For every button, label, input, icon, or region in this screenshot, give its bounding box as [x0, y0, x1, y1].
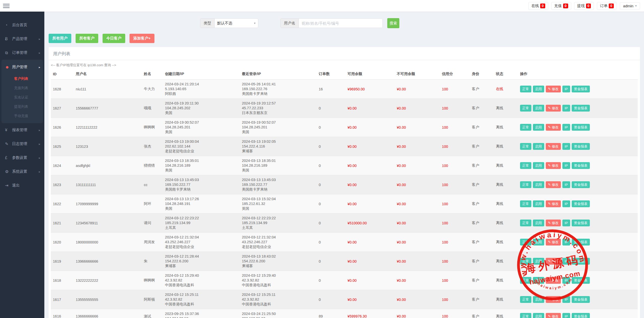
username-input[interactable]: [299, 19, 382, 28]
funds-report-button[interactable]: 资金报表: [572, 239, 590, 245]
enable-button[interactable]: 启用: [533, 258, 544, 265]
all-clients-button[interactable]: 所有客户: [76, 34, 98, 43]
all-users-button[interactable]: 所有用户: [49, 34, 71, 43]
ip-button[interactable]: IP: [562, 162, 570, 169]
ip-button[interactable]: IP: [562, 220, 570, 226]
sidebar-item-logout[interactable]: ⇥退出: [0, 179, 44, 192]
edit-button[interactable]: ✎ 修改: [546, 313, 561, 318]
normal-button[interactable]: 正常: [520, 86, 531, 92]
enable-button[interactable]: 启用: [533, 200, 544, 207]
normal-button[interactable]: 正常: [520, 277, 531, 284]
column-header: 身份: [470, 68, 494, 80]
enable-button[interactable]: 启用: [533, 239, 544, 245]
edit-button[interactable]: ✎ 修改: [546, 86, 561, 92]
stat-withdraw[interactable]: 提现 0: [574, 2, 594, 10]
add-client-button[interactable]: 添加客户+: [130, 34, 154, 43]
normal-button[interactable]: 正常: [520, 200, 531, 207]
funds-report-button[interactable]: 资金报表: [572, 296, 590, 303]
funds-report-button[interactable]: 资金报表: [572, 181, 590, 188]
funds-report-button[interactable]: 资金报表: [572, 162, 590, 169]
funds-report-button[interactable]: 资金报表: [572, 313, 590, 318]
normal-button[interactable]: 正常: [520, 313, 531, 318]
user-menu[interactable]: admin ▾: [620, 2, 640, 10]
sidebar-item-dashboard[interactable]: ◔后台首页: [0, 18, 44, 32]
normal-button[interactable]: 正常: [520, 220, 531, 226]
edit-button[interactable]: ✎ 修改: [546, 143, 561, 150]
ip-button[interactable]: IP: [562, 277, 570, 284]
edit-button[interactable]: ✎ 修改: [546, 105, 561, 112]
ip-button[interactable]: IP: [562, 124, 570, 131]
enable-button[interactable]: 启用: [533, 313, 544, 318]
edit-button[interactable]: ✎ 修改: [546, 162, 561, 169]
sidebar-item-users[interactable]: ☻用户管理▸: [2, 60, 43, 74]
chevron-right-icon: ▸: [39, 51, 40, 55]
ip-line: 2024-03-12 22:23:22: [242, 216, 315, 221]
enable-button[interactable]: 启用: [533, 124, 544, 131]
hamburger-menu-icon[interactable]: [3, 3, 10, 9]
edit-button[interactable]: ✎ 修改: [546, 296, 561, 303]
normal-button[interactable]: 正常: [520, 258, 531, 265]
edit-button[interactable]: ✎ 修改: [546, 200, 561, 207]
enable-button[interactable]: 启用: [533, 220, 544, 226]
ip-line: 42.3.92.82: [165, 278, 238, 283]
funds-report-button[interactable]: 资金报表: [572, 258, 590, 265]
column-header: 可用余额: [345, 68, 395, 80]
enable-button[interactable]: 启用: [533, 181, 544, 188]
sidebar-subitem[interactable]: 客户列表: [2, 74, 43, 83]
edit-button[interactable]: ✎ 修改: [546, 239, 561, 245]
type-select[interactable]: 默认不选 ▾: [215, 19, 258, 28]
sidebar-item-reports[interactable]: ¥报表管理▸: [0, 123, 44, 137]
stat-online[interactable]: 在线 0: [528, 2, 548, 10]
enable-button[interactable]: 启用: [533, 296, 544, 303]
normal-button[interactable]: 正常: [520, 162, 531, 169]
search-button[interactable]: 搜索: [387, 18, 399, 28]
ip-button[interactable]: IP: [562, 258, 570, 265]
actions-cell: 正常启用✎ 修改IP资金报表: [518, 309, 638, 318]
normal-button[interactable]: 正常: [520, 296, 531, 303]
normal-button[interactable]: 正常: [520, 181, 531, 188]
sidebar-item-system[interactable]: ⚙系统设置▸: [0, 165, 44, 179]
edit-button[interactable]: ✎ 修改: [546, 277, 561, 284]
edit-button[interactable]: ✎ 修改: [546, 124, 561, 131]
enable-button[interactable]: 启用: [533, 162, 544, 169]
ip-line: 柬埔寨: [242, 149, 315, 154]
normal-button[interactable]: 正常: [520, 239, 531, 245]
enable-button[interactable]: 启用: [533, 105, 544, 112]
edit-button[interactable]: ✎ 修改: [546, 220, 561, 226]
enable-button[interactable]: 启用: [533, 86, 544, 92]
sidebar-subitem[interactable]: 充值列表: [2, 83, 43, 93]
sidebar-item-logs[interactable]: ✎日志管理▸: [0, 137, 44, 151]
ip-button[interactable]: IP: [562, 105, 570, 112]
sidebar-item-params[interactable]: £参数设置▸: [0, 151, 44, 165]
enable-button[interactable]: 启用: [533, 277, 544, 284]
sidebar-subitem[interactable]: 手动充值: [2, 111, 43, 121]
funds-report-button[interactable]: 资金报表: [572, 277, 590, 284]
ip-button[interactable]: IP: [562, 86, 570, 92]
funds-report-button[interactable]: 资金报表: [572, 220, 590, 226]
edit-button[interactable]: ✎ 修改: [546, 181, 561, 188]
ip-button[interactable]: IP: [562, 313, 570, 318]
sidebar-item-orders[interactable]: ⧉订单管理▸: [0, 46, 44, 60]
sidebar-subitem[interactable]: 实名认证: [2, 93, 43, 102]
normal-button[interactable]: 正常: [520, 105, 531, 112]
ip-button[interactable]: IP: [562, 200, 570, 207]
sidebar: ◔后台首页Ƀ产品管理▸⧉订单管理▸☻用户管理▸客户列表充值列表实名认证提现列表手…: [0, 12, 44, 318]
enable-button[interactable]: 启用: [533, 143, 544, 150]
ip-button[interactable]: IP: [562, 181, 570, 188]
stat-recharge[interactable]: 充值 0: [551, 2, 571, 10]
edit-button[interactable]: ✎ 修改: [546, 258, 561, 265]
ip-button[interactable]: IP: [562, 296, 570, 303]
stat-orders[interactable]: 订单 0: [597, 2, 617, 10]
funds-report-button[interactable]: 资金报表: [572, 86, 590, 92]
normal-button[interactable]: 正常: [520, 143, 531, 150]
funds-report-button[interactable]: 资金报表: [572, 105, 590, 112]
ip-button[interactable]: IP: [562, 239, 570, 245]
sidebar-item-products[interactable]: Ƀ产品管理▸: [0, 32, 44, 46]
ip-button[interactable]: IP: [562, 143, 570, 150]
funds-report-button[interactable]: 资金报表: [572, 200, 590, 207]
funds-report-button[interactable]: 资金报表: [572, 143, 590, 150]
normal-button[interactable]: 正常: [520, 124, 531, 131]
funds-report-button[interactable]: 资金报表: [572, 124, 590, 131]
sidebar-subitem[interactable]: 提现列表: [2, 102, 43, 111]
today-clients-button[interactable]: 今日客户: [103, 34, 125, 43]
